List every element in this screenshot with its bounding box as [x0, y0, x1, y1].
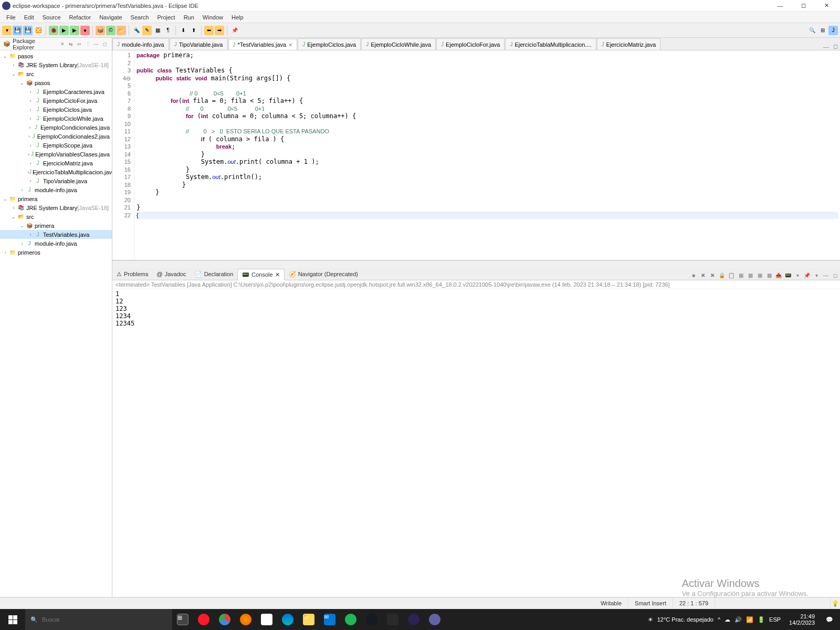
explorer-close-icon[interactable]: ✕ — [59, 40, 67, 48]
app-store[interactable]: 🛍 — [256, 609, 277, 630]
editor-max-icon[interactable]: ◻ — [831, 43, 840, 50]
console-toolbar-btn[interactable]: ▦ — [736, 270, 746, 280]
new-class-button[interactable]: © — [106, 26, 116, 35]
editor-tab[interactable]: JEjemploCicloWhile.java — [361, 38, 436, 50]
tray-up-icon[interactable]: ^ — [718, 616, 720, 623]
tip-icon[interactable]: 💡 — [831, 600, 840, 607]
save-all-button[interactable]: 💾 — [23, 26, 33, 35]
tree-node[interactable]: ›📚JRE System Library [JavaSE-18] — [0, 60, 112, 69]
app-explorer[interactable]: 📁 — [298, 609, 319, 630]
console-toolbar-btn[interactable]: ✖ — [708, 270, 717, 280]
bottom-tab-problems[interactable]: ⚠Problems — [112, 268, 152, 280]
pin-button[interactable]: 📌 — [230, 26, 239, 35]
taskbar-clock[interactable]: 21:49 14/2/2023 — [785, 613, 819, 626]
battery-icon[interactable]: 🔋 — [758, 616, 765, 623]
toggle-mark-button[interactable]: ✎ — [142, 26, 152, 35]
tree-node[interactable]: ›JEjemploScope.java — [0, 141, 112, 150]
tab-close-icon[interactable]: ✕ — [288, 42, 292, 48]
code-editor[interactable]: 1234⊖5678910111213141516171819202122 pac… — [112, 50, 840, 260]
tree-node[interactable]: ⌄📁primera — [0, 194, 112, 203]
app-edge[interactable] — [277, 609, 298, 630]
code-content[interactable]: package primera; public class TestVariab… — [134, 50, 840, 260]
view-menu-icon[interactable]: ⋮ — [83, 40, 92, 48]
console-toolbar-btn[interactable]: ▾ — [812, 270, 821, 280]
console-toolbar-btn[interactable]: 📟 — [783, 270, 793, 280]
tree-node[interactable]: ›JEjemploCicloWhile.java — [0, 114, 112, 123]
tree-node[interactable]: ⌄📂src — [0, 69, 112, 78]
tree-node[interactable]: ›JEjemploCondicionales.java — [0, 123, 112, 132]
tree-node[interactable]: ⌄📦primera — [0, 221, 112, 230]
tree-node[interactable]: ›JEjemploCiclos.java — [0, 105, 112, 114]
console-toolbar-btn[interactable]: 📌 — [802, 270, 812, 280]
link-editor-icon[interactable]: ⇔ — [75, 40, 83, 48]
editor-tab[interactable]: J*TestVariables.java✕ — [228, 39, 298, 50]
menu-source[interactable]: Source — [38, 13, 65, 22]
bottom-tab-console[interactable]: 📟Console✕ — [237, 269, 284, 280]
tree-node[interactable]: ›JEjemploCondicionales2.java — [0, 132, 112, 141]
console-toolbar-btn[interactable]: 📋 — [727, 270, 736, 280]
minimize-button[interactable]: — — [769, 0, 792, 12]
menu-search[interactable]: Search — [127, 13, 153, 22]
close-button[interactable]: ✕ — [815, 0, 838, 12]
show-whitespace-button[interactable]: ¶ — [163, 26, 173, 35]
tree-node[interactable]: ⌄📂src — [0, 212, 112, 221]
menu-project[interactable]: Project — [153, 13, 179, 22]
editor-tab[interactable]: JTipoVariable.java — [170, 38, 228, 50]
app-steam[interactable] — [361, 609, 382, 630]
app-mail[interactable]: ✉ — [319, 609, 340, 630]
save-button[interactable]: 💾 — [13, 26, 22, 35]
minimize-panel-icon[interactable]: — — [92, 40, 100, 48]
console-toolbar-btn[interactable]: — — [821, 270, 831, 280]
open-perspective-button[interactable]: ⊞ — [818, 26, 827, 35]
tab-close-icon[interactable]: ✕ — [275, 271, 280, 278]
tree-node[interactable]: ›📚JRE System Library [JavaSE-18] — [0, 203, 112, 212]
new-package-button[interactable]: 📦 — [96, 26, 105, 35]
menu-refactor[interactable]: Refactor — [65, 13, 96, 22]
editor-tab[interactable]: Jmodule-info.java — [112, 38, 169, 50]
forward-button[interactable]: ➡ — [215, 26, 224, 35]
app-epic[interactable] — [382, 609, 403, 630]
explorer-tree[interactable]: ⌄📁pasos›📚JRE System Library [JavaSE-18]⌄… — [0, 50, 112, 597]
editor-tab[interactable]: JEjercicioMatriz.java — [597, 38, 661, 50]
tree-node[interactable]: ⌄📦pasos — [0, 78, 112, 87]
app-chrome[interactable] — [214, 609, 235, 630]
collapse-all-icon[interactable]: ⇆ — [67, 40, 75, 48]
start-button[interactable] — [0, 609, 25, 630]
taskbar-search[interactable]: 🔍 — [25, 609, 172, 630]
maximize-panel-icon[interactable]: ◻ — [100, 40, 109, 48]
editor-min-icon[interactable]: — — [821, 44, 831, 50]
console-toolbar-btn[interactable]: 📤 — [774, 270, 783, 280]
tree-node[interactable]: ›JEjemploCicloFor.java — [0, 96, 112, 105]
bottom-tab-javadoc[interactable]: @Javadoc — [152, 268, 190, 280]
tree-node[interactable]: ›Jmodule-info.java — [0, 239, 112, 248]
tree-node[interactable]: ›JEjercicioTablaMultiplicacion.java — [0, 167, 112, 176]
app-eclipse[interactable] — [403, 609, 424, 630]
notifications-button[interactable]: 💬 — [819, 609, 840, 630]
console-toolbar-btn[interactable]: ▾ — [793, 270, 802, 280]
console-toolbar-btn[interactable]: ✖ — [698, 270, 708, 280]
bottom-tab-navigatordeprecated[interactable]: 🧭Navigator (Deprecated) — [285, 268, 362, 280]
next-annotation-button[interactable]: ⬇ — [178, 26, 188, 35]
block-sel-button[interactable]: ▦ — [153, 26, 162, 35]
editor-tab[interactable]: JEjemploCicloFor.java — [436, 38, 505, 50]
stop-button[interactable]: ● — [80, 26, 90, 35]
toggle-button[interactable]: 🔀 — [34, 26, 43, 35]
open-type-button[interactable]: 📂 — [117, 26, 126, 35]
menu-run[interactable]: Run — [180, 13, 198, 22]
tree-node[interactable]: ⌄📁pasos — [0, 51, 112, 60]
tree-node[interactable]: ›JTipoVariable.java — [0, 176, 112, 185]
system-tray[interactable]: ☀ 12°C Prac. despejado ^ ☁ 🔊 📶 🔋 ESP — [644, 616, 785, 623]
tree-node[interactable]: ›JEjemploVariablesClases.java — [0, 150, 112, 159]
console-toolbar-btn[interactable]: ■ — [689, 270, 698, 280]
wifi-icon[interactable]: 📶 — [746, 616, 753, 623]
app-teams[interactable] — [424, 609, 445, 630]
app-firefox[interactable] — [235, 609, 256, 630]
tree-node[interactable]: ›JEjercicioMatriz.java — [0, 159, 112, 167]
console-toolbar-btn[interactable]: ▦ — [755, 270, 764, 280]
editor-tab[interactable]: JEjemploCiclos.java — [298, 38, 361, 50]
run-button[interactable]: ▶ — [59, 26, 69, 35]
volume-icon[interactable]: 🔊 — [734, 616, 742, 623]
menu-window[interactable]: Window — [198, 13, 227, 22]
java-perspective-button[interactable]: J — [828, 26, 838, 35]
back-button[interactable]: ⬅ — [204, 26, 214, 35]
